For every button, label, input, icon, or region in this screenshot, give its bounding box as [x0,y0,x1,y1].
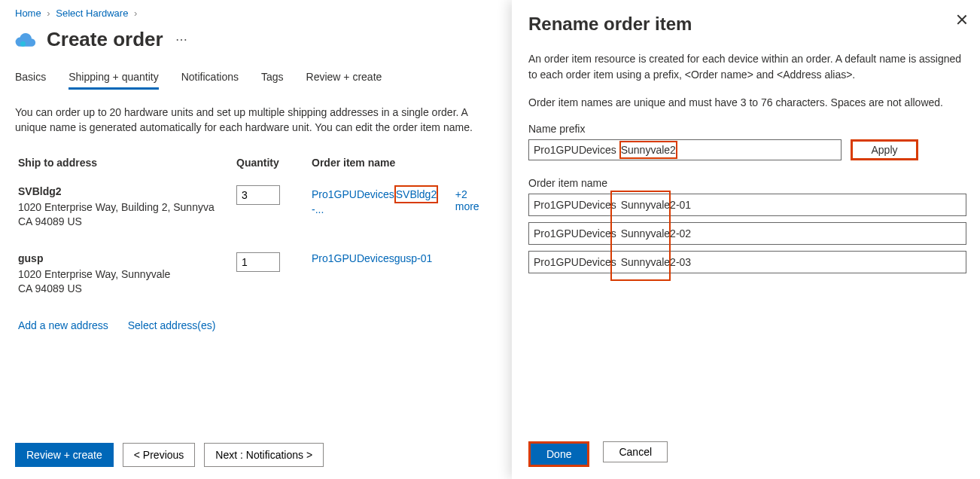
breadcrumb-select-hardware[interactable]: Select Hardware [56,8,128,19]
address-line: 1020 Enterprise Way, Sunnyvale [18,267,221,282]
breadcrumb-home[interactable]: Home [15,8,41,19]
quantity-input[interactable] [236,185,280,205]
col-quantity: Quantity [236,157,312,169]
prefix-part-a: Pro1GPUDevices [529,144,621,156]
tab-review[interactable]: Review + create [306,66,382,90]
chevron-right-icon: › [47,8,50,19]
order-item-link[interactable]: Pro1GPUDevicesgusp-01 [312,252,432,264]
panel-text-1: An order item resource is created for ea… [528,51,966,83]
apply-button[interactable]: Apply [851,139,918,160]
more-items-link[interactable]: +2 more [455,188,494,212]
name-prefix-label: Name prefix [528,123,966,135]
highlight-box: Sunnyvale2 [619,141,677,159]
address-alias: gusp [18,252,236,264]
done-button[interactable]: Done [531,444,587,465]
previous-button[interactable]: < Previous [123,443,196,467]
select-addresses-link[interactable]: Select address(es) [128,319,216,331]
rename-panel: Rename order item An order item resource… [512,0,980,479]
quantity-input[interactable] [236,252,280,272]
item-tail: -... [312,203,324,215]
tab-shipping[interactable]: Shipping + quantity [68,66,158,90]
address-line: CA 94089 US [18,282,221,297]
tab-notifications[interactable]: Notifications [181,66,239,90]
svg-point-0 [20,41,26,46]
col-ship-to: Ship to address [18,157,236,169]
order-item-name-input[interactable]: Pro1GPUDevicesSunnyvale2-03 [528,251,966,273]
close-icon[interactable] [956,14,968,26]
panel-text-2: Order item names are unique and must hav… [528,95,966,111]
add-address-link[interactable]: Add a new address [18,319,108,331]
order-item-name-input[interactable]: Pro1GPUDevicesSunnyvale2-02 [528,222,966,245]
name-prefix-input[interactable]: Pro1GPUDevicesSunnyvale2 [528,139,842,160]
description-text: You can order up to 20 hardware units an… [15,105,497,136]
table-row: SVBldg2 1020 Enterprise Way, Building 2,… [15,185,497,230]
address-line: 1020 Enterprise Way, Building 2, Sunnyva [18,200,221,215]
order-item-name-label: Order item name [528,177,966,189]
next-button[interactable]: Next : Notifications > [204,443,324,467]
item-prefix: Pro1GPUDevices [312,188,394,200]
highlight-box: Done [528,441,589,467]
chevron-right-icon: › [134,8,137,19]
table-header: Ship to address Quantity Order item name [15,157,497,169]
highlight-box: SVBldg2 [394,185,438,203]
panel-title: Rename order item [528,14,966,35]
address-line: CA 94089 US [18,215,221,230]
tab-basics[interactable]: Basics [15,66,46,90]
tabs: Basics Shipping + quantity Notifications… [15,66,497,90]
more-menu-icon[interactable]: ⋯ [175,32,189,47]
table-row: gusp 1020 Enterprise Way, Sunnyvale CA 9… [15,252,497,297]
page-title: Create order [47,28,163,51]
cancel-button[interactable]: Cancel [603,441,668,462]
review-create-button[interactable]: Review + create [15,443,114,467]
breadcrumb: Home › Select Hardware › [15,8,497,19]
order-item-link[interactable]: Pro1GPUDevicesSVBldg2-... [312,185,449,215]
order-item-name-input[interactable]: Pro1GPUDevicesSunnyvale2-01 [528,194,966,216]
address-alias: SVBldg2 [18,185,236,197]
cloud-icon [15,32,36,48]
tab-tags[interactable]: Tags [261,66,284,90]
col-order-item-name: Order item name [312,157,494,169]
